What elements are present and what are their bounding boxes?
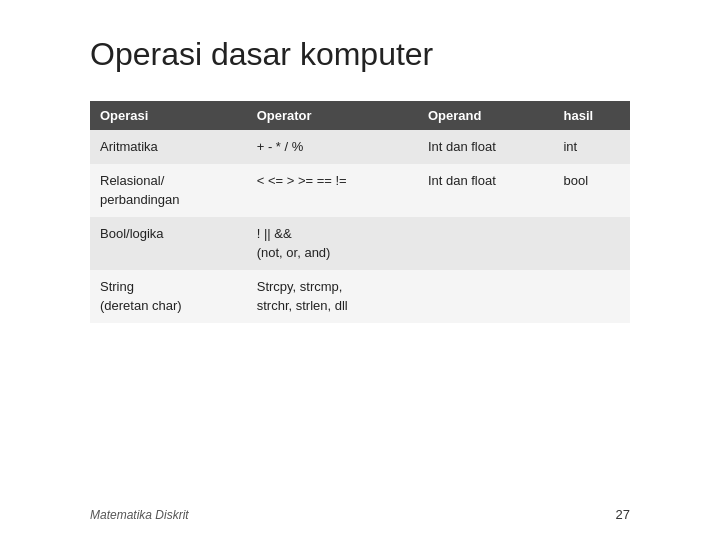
cell-operand	[418, 270, 554, 323]
footer-page-number: 27	[616, 507, 630, 522]
table-row: Relasional/perbandingan< <= > >= == !=In…	[90, 164, 630, 217]
footer-left-text: Matematika Diskrit	[90, 508, 189, 522]
cell-operator: < <= > >= == !=	[247, 164, 418, 217]
cell-operand	[418, 217, 554, 270]
cell-operator: + - * / %	[247, 130, 418, 164]
cell-operand: Int dan float	[418, 130, 554, 164]
col-header-operator: Operator	[247, 101, 418, 130]
col-header-operasi: Operasi	[90, 101, 247, 130]
operations-table: Operasi Operator Operand hasil Aritmatik…	[90, 101, 630, 323]
cell-hasil	[553, 217, 630, 270]
page-title: Operasi dasar komputer	[90, 36, 720, 73]
cell-hasil: int	[553, 130, 630, 164]
cell-hasil	[553, 270, 630, 323]
main-table-container: Operasi Operator Operand hasil Aritmatik…	[90, 101, 630, 323]
cell-operasi: Aritmatika	[90, 130, 247, 164]
col-header-operand: Operand	[418, 101, 554, 130]
cell-operasi: Bool/logika	[90, 217, 247, 270]
table-row: Aritmatika+ - * / %Int dan floatint	[90, 130, 630, 164]
cell-operasi: Relasional/perbandingan	[90, 164, 247, 217]
cell-operator: ! || &&(not, or, and)	[247, 217, 418, 270]
table-header-row: Operasi Operator Operand hasil	[90, 101, 630, 130]
cell-operand: Int dan float	[418, 164, 554, 217]
page-footer: Matematika Diskrit 27	[90, 507, 630, 522]
cell-operator: Strcpy, strcmp,strchr, strlen, dll	[247, 270, 418, 323]
col-header-hasil: hasil	[553, 101, 630, 130]
table-row: Bool/logika! || &&(not, or, and)	[90, 217, 630, 270]
cell-operasi: String(deretan char)	[90, 270, 247, 323]
cell-hasil: bool	[553, 164, 630, 217]
table-row: String(deretan char)Strcpy, strcmp,strch…	[90, 270, 630, 323]
